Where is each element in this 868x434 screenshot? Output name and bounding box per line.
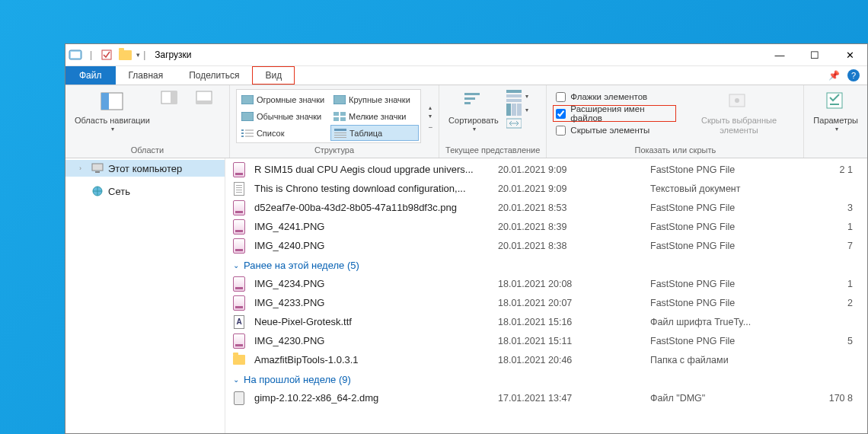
svg-rect-33 — [512, 104, 516, 116]
gallery-down[interactable]: ▾ — [429, 113, 432, 120]
file-type: FastStone PNG File — [650, 203, 810, 213]
add-columns-button[interactable]: ▾ — [506, 104, 528, 116]
ribbon-group-options: Параметры ▾ — [804, 85, 867, 158]
svg-rect-18 — [241, 132, 244, 134]
file-row[interactable]: ANeue-Pixel-Grotesk.ttf18.01.2021 15:16Ф… — [225, 312, 867, 331]
layout-list[interactable]: Список — [238, 125, 327, 141]
svg-rect-20 — [241, 136, 244, 137]
file-name: IMG_4233.PNG — [254, 297, 498, 308]
file-row[interactable]: IMG_4233.PNG18.01.2021 20:07FastStone PN… — [225, 293, 867, 312]
group-label: На прошлой неделе (9) — [244, 374, 351, 385]
svg-rect-4 — [101, 93, 109, 110]
svg-rect-41 — [95, 171, 100, 173]
gallery-up[interactable]: ▴ — [429, 104, 432, 111]
close-button[interactable]: ✕ — [832, 44, 867, 65]
file-date: 18.01.2021 15:11 — [498, 336, 650, 346]
file-size: 7 — [810, 241, 856, 251]
layout-large[interactable]: Крупные значки — [330, 91, 419, 107]
chevron-right-icon[interactable]: › — [79, 164, 87, 172]
file-date: 17.01.2021 13:47 — [498, 393, 650, 404]
file-date: 18.01.2021 15:16 — [498, 317, 650, 327]
file-icon — [233, 354, 245, 366]
sort-button[interactable]: Сортировать ▾ — [445, 88, 502, 144]
svg-rect-40 — [92, 164, 103, 171]
file-date: 20.01.2021 8:38 — [498, 241, 650, 251]
details-pane-button[interactable] — [193, 88, 223, 144]
properties-icon[interactable] — [100, 48, 113, 62]
file-row[interactable]: AmazfitBipTools-1.0.3.118.01.2021 20:46П… — [225, 350, 867, 369]
file-row[interactable]: d52eaf7e-00ba-43d2-8b05-47a11b98df3c.png… — [225, 198, 867, 217]
checkbox-file-extensions[interactable]: Расширения имен файлов — [553, 105, 675, 122]
svg-rect-13 — [340, 112, 346, 116]
file-row[interactable]: IMG_4240.PNG20.01.2021 8:38FastStone PNG… — [225, 236, 867, 255]
help-icon[interactable]: ? — [847, 69, 860, 81]
gallery-more[interactable]: ⎯ — [429, 121, 432, 128]
tab-file[interactable]: Файл — [65, 66, 116, 85]
layout-details[interactable]: Таблица — [330, 125, 419, 141]
network-icon — [91, 185, 104, 197]
ribbon-group-label: Показать или скрыть — [553, 144, 797, 156]
file-row[interactable]: IMG_4234.PNG18.01.2021 20:08FastStone PN… — [225, 274, 867, 293]
file-icon — [233, 221, 245, 233]
layout-small[interactable]: Мелкие значки — [330, 108, 419, 124]
svg-rect-22 — [334, 129, 346, 131]
svg-rect-38 — [827, 93, 842, 108]
file-type: Текстовый документ — [650, 183, 810, 194]
group-by-button[interactable]: ▾ — [506, 90, 528, 102]
minimize-button[interactable]: — — [762, 44, 797, 65]
file-name: R SIM15 dual CPU Aegis cloud upgrade uni… — [254, 164, 498, 175]
svg-rect-12 — [333, 112, 339, 116]
file-icon: A — [233, 316, 245, 328]
checkbox-hidden-items[interactable]: Скрытые элементы — [553, 122, 675, 139]
layout-extra-large[interactable]: Огромные значки — [238, 91, 327, 107]
options-button[interactable]: Параметры ▾ — [810, 88, 861, 153]
file-row[interactable]: IMG_4241.PNG20.01.2021 8:39FastStone PNG… — [225, 217, 867, 236]
file-row[interactable]: R SIM15 dual CPU Aegis cloud upgrade uni… — [225, 160, 867, 179]
group-header-earlier-week[interactable]: ⌄ Ранее на этой неделе (5) — [225, 255, 867, 274]
file-name: IMG_4240.PNG — [254, 240, 498, 251]
ribbon-group-label — [810, 153, 861, 156]
tab-home[interactable]: Главная — [116, 66, 177, 85]
nav-this-pc[interactable]: › Этот компьютер — [65, 160, 225, 177]
file-icon — [233, 392, 245, 404]
layout-gallery[interactable]: Огромные значки Крупные значки Обычные з… — [236, 89, 421, 143]
navigation-pane: › Этот компьютер Сеть — [65, 158, 225, 433]
file-icon — [233, 278, 245, 290]
chevron-down-icon[interactable]: ⌄ — [233, 261, 239, 270]
hide-selected-button[interactable]: Скрыть выбранные элементы — [681, 88, 798, 144]
ribbon-group-show-hide: Флажки элементов Расширения имен файлов … — [547, 85, 804, 158]
file-name: IMG_4241.PNG — [254, 221, 498, 232]
file-row[interactable]: gimp-2.10.22-x86_64-2.dmg17.01.2021 13:4… — [225, 388, 867, 407]
file-name: d52eaf7e-00ba-43d2-8b05-47a11b98df3c.png — [254, 202, 498, 213]
checkbox-item-checkboxes[interactable]: Флажки элементов — [553, 88, 675, 105]
file-row[interactable]: IMG_4230.PNG18.01.2021 15:11FastStone PN… — [225, 331, 867, 350]
file-size: 1 — [810, 222, 856, 232]
qat-dropdown[interactable]: ▾ — [136, 51, 140, 59]
file-icon — [233, 202, 245, 214]
file-type: Файл "DMG" — [650, 393, 810, 404]
preview-pane-button[interactable] — [158, 88, 188, 144]
file-icon — [233, 183, 245, 195]
file-date: 18.01.2021 20:46 — [498, 355, 650, 365]
navigation-pane-button[interactable]: Область навигации ▾ — [72, 88, 153, 144]
tab-view[interactable]: Вид — [252, 66, 295, 85]
file-date: 18.01.2021 20:08 — [498, 279, 650, 289]
folder-icon[interactable] — [118, 48, 132, 62]
chevron-down-icon[interactable]: ⌄ — [233, 375, 239, 384]
maximize-button[interactable]: ☐ — [797, 44, 832, 65]
pin-icon[interactable]: 📌 — [828, 70, 840, 81]
size-columns-button[interactable] — [506, 117, 528, 129]
quick-access-toolbar: | ▾ — [69, 48, 140, 62]
nav-network[interactable]: Сеть — [65, 183, 225, 199]
layout-medium[interactable]: Обычные значки — [238, 108, 327, 124]
file-list[interactable]: R SIM15 dual CPU Aegis cloud upgrade uni… — [225, 158, 867, 433]
file-name: IMG_4234.PNG — [254, 278, 498, 289]
tab-share[interactable]: Поделиться — [176, 66, 252, 85]
file-icon — [233, 297, 245, 309]
explorer-window: | ▾ | Загрузки — ☐ ✕ Файл Главная Подели… — [65, 43, 868, 434]
group-header-last-week[interactable]: ⌄ На прошлой неделе (9) — [225, 369, 867, 388]
file-size: 2 1 — [810, 164, 856, 175]
ribbon-group-label: Структура — [236, 144, 432, 156]
file-date: 20.01.2021 8:53 — [498, 203, 650, 213]
file-row[interactable]: This is Chrono testing download configur… — [225, 179, 867, 198]
